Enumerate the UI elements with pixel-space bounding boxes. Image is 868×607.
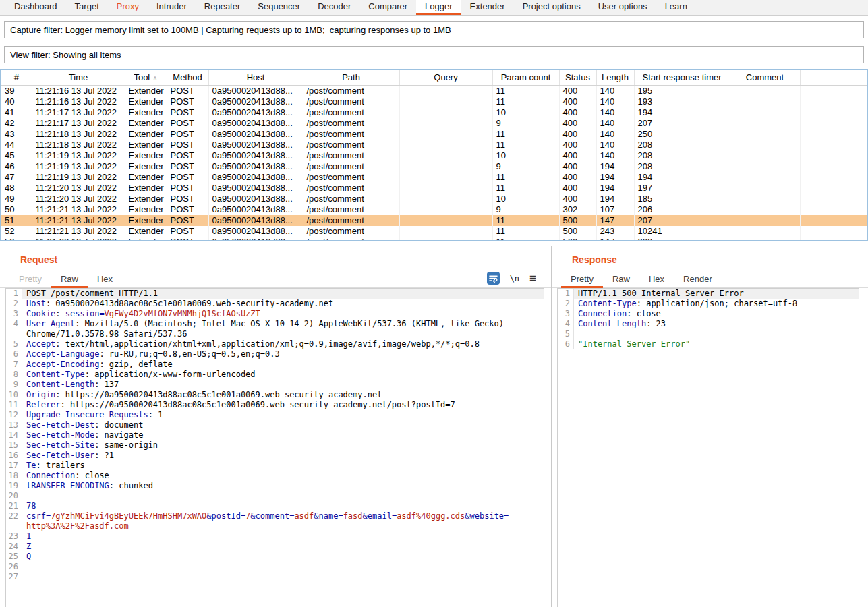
column-header-status[interactable]: Status bbox=[559, 70, 596, 85]
column-header-length[interactable]: Length bbox=[596, 70, 634, 85]
table-row[interactable]: 3911:21:16 13 Jul 2022ExtenderPOST0a9500… bbox=[1, 85, 867, 96]
menu-tab-dashboard[interactable]: Dashboard bbox=[5, 0, 66, 15]
menu-tab-project-options[interactable]: Project options bbox=[514, 0, 589, 15]
column-header-[interactable]: # bbox=[1, 70, 32, 85]
table-row[interactable]: 5111:21:21 13 Jul 2022ExtenderPOST0a9500… bbox=[1, 215, 867, 226]
line-number: 18 bbox=[6, 471, 22, 481]
editor-line: 17Te: trailers bbox=[6, 461, 544, 471]
tab-render[interactable]: Render bbox=[674, 271, 722, 288]
menu-tab-sequencer[interactable]: Sequencer bbox=[249, 0, 309, 15]
menu-tab-target[interactable]: Target bbox=[66, 0, 108, 15]
request-editor-icons: \n ≡ bbox=[487, 272, 536, 285]
newline-toggle-icon[interactable]: \n bbox=[510, 274, 519, 283]
table-row[interactable]: 5311:21:22 13 Jul 2022ExtenderPOST0a9500… bbox=[1, 237, 867, 242]
editor-line: 10Origin: https://0a9500020413d88ac08c5c… bbox=[6, 390, 544, 400]
line-number: 3 bbox=[6, 309, 22, 319]
editor-line: 9Content-Length: 137 bbox=[6, 380, 544, 390]
editor-line: 22csrf=7gYzhMCiFvi4gBEyUEEk7HmHSHM7xWAO&… bbox=[6, 511, 544, 531]
table-row[interactable]: 4011:21:16 13 Jul 2022ExtenderPOST0a9500… bbox=[1, 96, 867, 107]
tab-hex[interactable]: Hex bbox=[88, 271, 122, 288]
table-row[interactable]: 4511:21:19 13 Jul 2022ExtenderPOST0a9500… bbox=[1, 150, 867, 161]
column-header-blank[interactable] bbox=[800, 70, 867, 85]
line-number: 11 bbox=[6, 400, 22, 410]
tab-hex[interactable]: Hex bbox=[639, 271, 674, 288]
column-header-path[interactable]: Path bbox=[303, 70, 399, 85]
capture-filter-bar[interactable]: Capture filter: Logger memory limit set … bbox=[4, 21, 864, 38]
menu-tab-repeater[interactable]: Repeater bbox=[196, 0, 249, 15]
column-header-comment[interactable]: Comment bbox=[730, 70, 800, 85]
menu-tab-proxy[interactable]: Proxy bbox=[108, 0, 148, 15]
message-detail-area: Request PrettyRawHex \n ≡ 1POST /post/co… bbox=[0, 241, 868, 607]
editor-line: 1HTTP/1.1 500 Internal Server Error bbox=[558, 289, 859, 299]
editor-line: 24Z bbox=[6, 542, 544, 552]
menu-tab-logger[interactable]: Logger bbox=[416, 0, 461, 15]
line-number: 5 bbox=[6, 339, 22, 349]
editor-line: 5 bbox=[558, 329, 859, 339]
editor-line: 6"Internal Server Error" bbox=[558, 339, 859, 349]
editor-line: 5Accept: text/html,application/xhtml+xml… bbox=[6, 339, 544, 349]
editor-line: 4Content-Length: 23 bbox=[558, 319, 859, 329]
menu-tab-learn[interactable]: Learn bbox=[656, 0, 696, 15]
table-row[interactable]: 4111:21:17 13 Jul 2022ExtenderPOST0a9500… bbox=[1, 107, 867, 118]
menu-tab-user-options[interactable]: User options bbox=[589, 0, 656, 15]
line-number: 17 bbox=[6, 461, 22, 471]
tab-raw[interactable]: Raw bbox=[51, 271, 88, 288]
soft-wrap-icon[interactable] bbox=[487, 272, 500, 285]
line-number: 3 bbox=[558, 309, 574, 319]
table-row[interactable]: 4411:21:18 13 Jul 2022ExtenderPOST0a9500… bbox=[1, 140, 867, 150]
column-header-query[interactable]: Query bbox=[399, 70, 492, 85]
request-tabs: PrettyRawHex \n ≡ bbox=[0, 271, 551, 288]
tab-raw[interactable]: Raw bbox=[603, 271, 639, 288]
editor-line: 7Accept-Encoding: gzip, deflate bbox=[6, 359, 544, 370]
line-number: 21 bbox=[6, 501, 22, 511]
view-filter-bar[interactable]: View filter: Showing all items bbox=[4, 46, 864, 63]
line-number: 22 bbox=[6, 511, 22, 531]
line-number: 26 bbox=[6, 562, 22, 572]
logger-table-panel: #TimeTool∧MethodHostPathQueryParam count… bbox=[0, 69, 868, 241]
column-header-start-response-timer[interactable]: Start response timer bbox=[634, 70, 730, 85]
menu-tab-intruder[interactable]: Intruder bbox=[148, 0, 196, 15]
response-editor[interactable]: 1HTTP/1.1 500 Internal Server Error2Cont… bbox=[557, 288, 859, 607]
capture-filter-text: Capture filter: Logger memory limit set … bbox=[10, 25, 451, 35]
table-row[interactable]: 4211:21:17 13 Jul 2022ExtenderPOST0a9500… bbox=[1, 118, 867, 129]
table-row[interactable]: 4311:21:18 13 Jul 2022ExtenderPOST0a9500… bbox=[1, 129, 867, 140]
request-editor[interactable]: 1POST /post/comment HTTP/1.12Host: 0a950… bbox=[5, 288, 544, 607]
line-number: 24 bbox=[6, 542, 22, 552]
line-number: 1 bbox=[558, 289, 574, 299]
column-header-time[interactable]: Time bbox=[32, 70, 125, 85]
menu-tab-decoder[interactable]: Decoder bbox=[309, 0, 359, 15]
view-filter-text: View filter: Showing all items bbox=[10, 50, 121, 60]
editor-line: 6Accept-Language: ru-RU,ru;q=0.8,en-US;q… bbox=[6, 349, 544, 359]
line-number: 6 bbox=[558, 339, 574, 349]
editor-menu-icon[interactable]: ≡ bbox=[529, 272, 536, 284]
line-number: 25 bbox=[6, 552, 22, 562]
table-row[interactable]: 4711:21:19 13 Jul 2022ExtenderPOST0a9500… bbox=[1, 172, 867, 183]
column-header-host[interactable]: Host bbox=[208, 70, 303, 85]
tab-pretty[interactable]: Pretty bbox=[561, 271, 603, 288]
table-row[interactable]: 4611:21:19 13 Jul 2022ExtenderPOST0a9500… bbox=[1, 161, 867, 172]
column-header-param-count[interactable]: Param count bbox=[492, 70, 559, 85]
response-title: Response bbox=[572, 254, 868, 265]
menu-tab-comparer[interactable]: Comparer bbox=[359, 0, 416, 15]
response-panel: Response PrettyRawHexRender 1HTTP/1.1 50… bbox=[552, 246, 868, 607]
tab-pretty[interactable]: Pretty bbox=[9, 271, 51, 288]
editor-line: 27 bbox=[6, 572, 544, 582]
line-number: 14 bbox=[6, 430, 22, 440]
table-row[interactable]: 4811:21:20 13 Jul 2022ExtenderPOST0a9500… bbox=[1, 183, 867, 194]
column-header-tool[interactable]: Tool∧ bbox=[125, 70, 167, 85]
editor-line: 4User-Agent: Mozilla/5.0 (Macintosh; Int… bbox=[6, 319, 544, 339]
line-number: 6 bbox=[6, 349, 22, 359]
editor-line: 13Sec-Fetch-Dest: document bbox=[6, 420, 544, 430]
column-header-method[interactable]: Method bbox=[167, 70, 208, 85]
line-number: 7 bbox=[6, 359, 22, 370]
editor-line: 3Connection: close bbox=[558, 309, 859, 319]
table-row[interactable]: 5011:21:21 13 Jul 2022ExtenderPOST0a9500… bbox=[1, 204, 867, 215]
line-number: 10 bbox=[6, 390, 22, 400]
editor-line: 8Content-Type: application/x-www-form-ur… bbox=[6, 370, 544, 380]
line-number: 1 bbox=[6, 289, 22, 299]
table-row[interactable]: 5211:21:21 13 Jul 2022ExtenderPOST0a9500… bbox=[1, 226, 867, 237]
menu-tab-extender[interactable]: Extender bbox=[461, 0, 514, 15]
line-number: 27 bbox=[6, 572, 22, 582]
logger-table: #TimeTool∧MethodHostPathQueryParam count… bbox=[1, 70, 867, 241]
table-row[interactable]: 4911:21:20 13 Jul 2022ExtenderPOST0a9500… bbox=[1, 194, 867, 204]
